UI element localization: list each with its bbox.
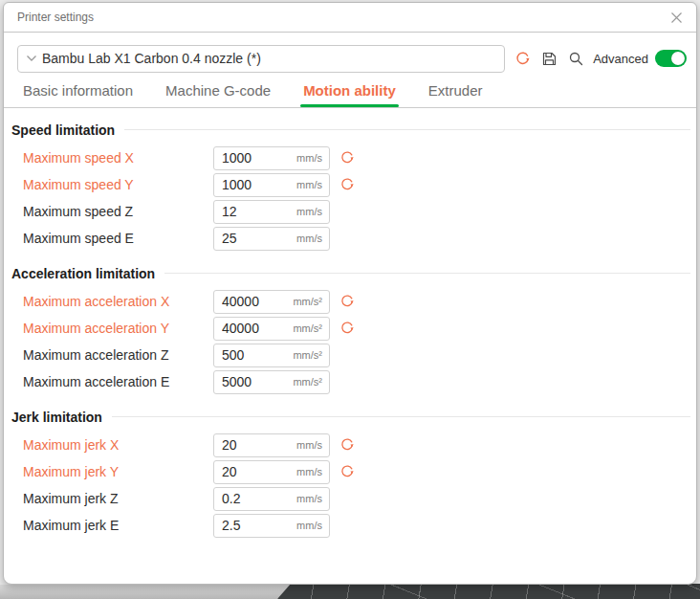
setting-input-wrap: mm/s² bbox=[213, 317, 330, 341]
toggle-knob bbox=[671, 52, 685, 65]
setting-row: Maximum jerk X mm/s bbox=[4, 432, 696, 458]
setting-input-wrap: mm/s² bbox=[213, 290, 330, 314]
setting-row: Maximum acceleration E mm/s² bbox=[4, 368, 696, 395]
setting-row: Maximum acceleration Y mm/s² bbox=[4, 315, 696, 342]
setting-input-wrap: mm/s bbox=[213, 487, 330, 511]
setting-row: Maximum speed Y mm/s bbox=[4, 171, 696, 198]
revert-icon[interactable] bbox=[339, 294, 355, 310]
dialog-title: Printer settings bbox=[17, 11, 667, 24]
section-header-speed: Speed limitation bbox=[11, 120, 690, 140]
advanced-label: Advanced bbox=[593, 52, 648, 66]
unit-label: mm/s bbox=[296, 439, 322, 451]
setting-label: Maximum acceleration Y bbox=[23, 321, 213, 336]
revert-icon[interactable] bbox=[339, 464, 355, 480]
section-divider bbox=[112, 416, 690, 417]
preset-name: Bambu Lab X1 Carbon 0.4 nozzle (*) bbox=[42, 51, 261, 66]
max-jerk-e-input[interactable] bbox=[214, 518, 285, 533]
setting-row: Maximum speed E mm/s bbox=[4, 225, 696, 252]
setting-label: Maximum acceleration Z bbox=[23, 347, 213, 363]
save-preset-icon[interactable] bbox=[540, 49, 558, 68]
advanced-toggle[interactable] bbox=[655, 50, 687, 67]
unit-label: mm/s bbox=[296, 206, 322, 217]
revert-icon[interactable] bbox=[339, 177, 355, 193]
setting-input-wrap: mm/s bbox=[213, 200, 330, 224]
section-divider bbox=[164, 273, 690, 274]
setting-row: Maximum speed X mm/s bbox=[4, 144, 696, 171]
setting-input-wrap: mm/s² bbox=[213, 370, 330, 394]
screen: Printer settings Bambu Lab X1 Carbon 0.4… bbox=[0, 0, 700, 599]
section-header-acceleration: Acceleration limitation bbox=[11, 263, 690, 283]
revert-icon[interactable] bbox=[339, 321, 355, 337]
setting-label: Maximum speed Z bbox=[23, 204, 213, 219]
unit-label: mm/s² bbox=[293, 349, 322, 361]
preset-row: Bambu Lab X1 Carbon 0.4 nozzle (*) bbox=[4, 33, 696, 73]
setting-label: Maximum acceleration X bbox=[23, 294, 213, 309]
setting-row: Maximum jerk Z mm/s bbox=[4, 485, 696, 512]
revert-icon[interactable] bbox=[339, 437, 355, 454]
max-speed-z-input[interactable] bbox=[214, 204, 285, 219]
unit-label: mm/s bbox=[296, 520, 322, 531]
setting-label: Maximum jerk X bbox=[23, 437, 213, 453]
unit-label: mm/s² bbox=[293, 322, 322, 334]
section-title: Jerk limitation bbox=[11, 410, 102, 425]
setting-row: Maximum jerk E mm/s bbox=[4, 512, 696, 539]
setting-row: Maximum jerk Y mm/s bbox=[4, 458, 696, 485]
section-title: Acceleration limitation bbox=[11, 266, 155, 281]
max-jerk-x-input[interactable] bbox=[214, 437, 285, 453]
setting-input-wrap: mm/s² bbox=[213, 344, 330, 367]
setting-input-wrap: mm/s bbox=[213, 146, 330, 170]
search-icon[interactable] bbox=[567, 49, 585, 68]
max-acceleration-x-input[interactable] bbox=[214, 294, 285, 309]
printer-settings-dialog: Printer settings Bambu Lab X1 Carbon 0.4… bbox=[3, 2, 697, 585]
tab-extruder[interactable]: Extruder bbox=[428, 82, 483, 107]
setting-input-wrap: mm/s bbox=[213, 227, 330, 251]
printer-preset-select[interactable]: Bambu Lab X1 Carbon 0.4 nozzle (*) bbox=[17, 45, 505, 73]
unit-label: mm/s bbox=[296, 466, 322, 477]
unit-label: mm/s bbox=[296, 179, 322, 190]
tab-machine-gcode[interactable]: Machine G-code bbox=[165, 82, 271, 107]
max-jerk-z-input[interactable] bbox=[214, 491, 285, 506]
max-speed-e-input[interactable] bbox=[214, 231, 285, 246]
unit-label: mm/s bbox=[296, 233, 322, 244]
setting-label: Maximum jerk Y bbox=[23, 464, 213, 479]
setting-label: Maximum acceleration E bbox=[23, 374, 213, 389]
setting-label: Maximum jerk Z bbox=[23, 491, 213, 506]
tab-basic-information[interactable]: Basic information bbox=[23, 82, 133, 107]
max-speed-x-input[interactable] bbox=[214, 150, 285, 166]
max-speed-y-input[interactable] bbox=[214, 177, 285, 192]
setting-input-wrap: mm/s bbox=[213, 433, 330, 457]
setting-row: Maximum speed Z mm/s bbox=[4, 198, 696, 225]
chevron-down-icon bbox=[26, 55, 37, 62]
build-plate bbox=[277, 584, 700, 599]
reset-preset-icon[interactable] bbox=[514, 49, 532, 68]
unit-label: mm/s bbox=[296, 493, 322, 504]
section-title: Speed limitation bbox=[11, 122, 115, 138]
setting-label: Maximum jerk E bbox=[23, 518, 213, 533]
max-acceleration-e-input[interactable] bbox=[214, 374, 285, 389]
revert-icon[interactable] bbox=[339, 150, 355, 166]
settings-content: Speed limitation Maximum speed X mm/s Ma… bbox=[4, 120, 696, 539]
tab-motion-ability[interactable]: Motion ability bbox=[303, 82, 396, 107]
section-header-jerk: Jerk limitation bbox=[11, 407, 690, 427]
unit-label: mm/s bbox=[296, 152, 322, 164]
setting-label: Maximum speed X bbox=[23, 150, 213, 166]
setting-input-wrap: mm/s bbox=[213, 460, 330, 484]
max-acceleration-z-input[interactable] bbox=[214, 347, 285, 363]
max-jerk-y-input[interactable] bbox=[214, 464, 285, 479]
unit-label: mm/s² bbox=[293, 296, 322, 307]
setting-label: Maximum speed Y bbox=[23, 177, 213, 192]
unit-label: mm/s² bbox=[293, 376, 322, 388]
max-acceleration-y-input[interactable] bbox=[214, 321, 285, 336]
tabbar: Basic information Machine G-code Motion … bbox=[4, 73, 696, 108]
close-icon[interactable] bbox=[667, 9, 685, 26]
setting-label: Maximum speed E bbox=[23, 231, 213, 246]
setting-row: Maximum acceleration Z mm/s² bbox=[4, 342, 696, 368]
section-divider bbox=[124, 129, 690, 130]
setting-input-wrap: mm/s bbox=[213, 173, 330, 197]
setting-input-wrap: mm/s bbox=[213, 514, 330, 538]
titlebar: Printer settings bbox=[4, 3, 696, 33]
setting-row: Maximum acceleration X mm/s² bbox=[4, 288, 696, 315]
